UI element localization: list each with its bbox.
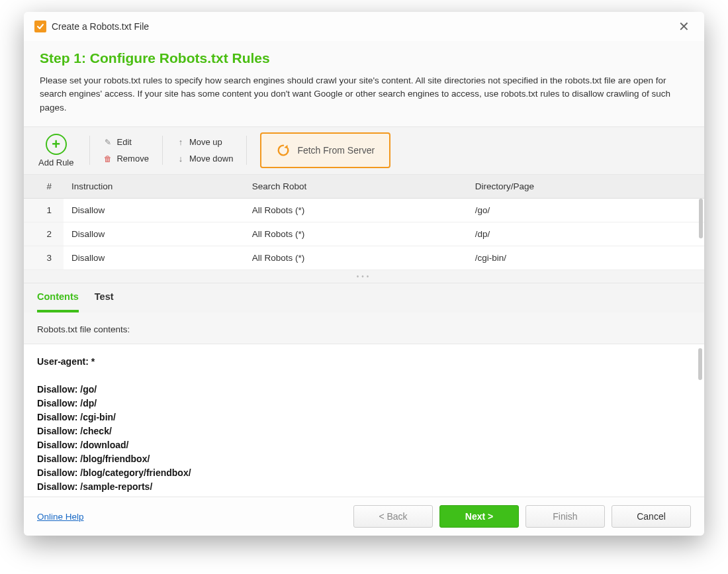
arrow-up-icon: ↑: [176, 137, 185, 147]
splitter-handle[interactable]: •••: [24, 270, 704, 283]
plus-icon: +: [46, 134, 67, 155]
arrow-down-icon: ↓: [176, 154, 185, 164]
close-icon[interactable]: ✕: [674, 19, 694, 34]
row-path: /dp/: [467, 222, 704, 246]
robots-preview[interactable]: User-agent: * Disallow: /go/Disallow: /d…: [24, 344, 704, 497]
edit-button[interactable]: ✎ Edit: [103, 137, 148, 147]
row-robot: All Robots (*): [244, 246, 467, 269]
col-robot[interactable]: Search Robot: [244, 175, 467, 199]
reload-icon: [276, 143, 291, 158]
toolbar-separator: [246, 136, 247, 165]
move-up-label: Move up: [189, 137, 222, 147]
finish-button[interactable]: Finish: [525, 505, 605, 528]
table-row[interactable]: 1 Disallow All Robots (*) /go/: [24, 198, 704, 222]
trash-icon: 🗑: [103, 154, 113, 164]
move-down-button[interactable]: ↓ Move down: [176, 154, 233, 164]
step-heading: Step 1: Configure Robots.txt Rules: [40, 50, 688, 66]
remove-label: Remove: [116, 154, 148, 164]
toolbar: + Add Rule ✎ Edit 🗑 Remove ↑ Move up ↓ M…: [24, 126, 704, 175]
fetch-label: Fetch From Server: [297, 145, 375, 156]
row-path: /go/: [467, 198, 704, 222]
titlebar: Create a Robots.txt File ✕: [24, 12, 704, 41]
row-robot: All Robots (*): [244, 198, 467, 222]
col-path[interactable]: Directory/Page: [467, 175, 704, 199]
fetch-from-server-button[interactable]: Fetch From Server: [260, 132, 390, 168]
row-instruction: Disallow: [64, 198, 244, 222]
row-instruction: Disallow: [64, 222, 244, 246]
toolbar-separator: [89, 136, 90, 165]
rules-table-wrap: # Instruction Search Robot Directory/Pag…: [24, 175, 704, 270]
col-instruction[interactable]: Instruction: [64, 175, 244, 199]
dialog: Create a Robots.txt File ✕ Step 1: Confi…: [24, 12, 704, 536]
move-down-label: Move down: [189, 154, 233, 164]
remove-button[interactable]: 🗑 Remove: [103, 154, 148, 164]
table-row[interactable]: 3 Disallow All Robots (*) /cgi-bin/: [24, 246, 704, 269]
row-num: 1: [24, 198, 64, 222]
back-button[interactable]: < Back: [353, 505, 433, 528]
add-rule-button[interactable]: + Add Rule: [36, 132, 76, 169]
row-robot: All Robots (*): [244, 222, 467, 246]
cancel-button[interactable]: Cancel: [612, 505, 691, 528]
move-up-button[interactable]: ↑ Move up: [176, 137, 233, 147]
scrollbar[interactable]: [698, 348, 702, 380]
add-rule-label: Add Rule: [38, 158, 73, 167]
contents-label: Robots.txt file contents:: [24, 312, 704, 344]
col-num[interactable]: #: [24, 175, 64, 199]
tabs: Contents Test: [24, 283, 704, 312]
row-num: 2: [24, 222, 64, 246]
tab-test[interactable]: Test: [95, 291, 114, 312]
online-help-link[interactable]: Online Help: [37, 512, 84, 522]
table-row[interactable]: 2 Disallow All Robots (*) /dp/: [24, 222, 704, 246]
preview-wrap: User-agent: * Disallow: /go/Disallow: /d…: [24, 344, 704, 497]
step-description: Please set your robots.txt rules to spec…: [40, 74, 688, 115]
pencil-icon: ✎: [103, 138, 113, 147]
tab-contents[interactable]: Contents: [37, 291, 79, 312]
step-area: Step 1: Configure Robots.txt Rules Pleas…: [24, 41, 704, 126]
edit-label: Edit: [116, 137, 131, 147]
footer: Online Help < Back Next > Finish Cancel: [24, 497, 704, 536]
app-icon: [34, 21, 46, 32]
window-title: Create a Robots.txt File: [52, 21, 149, 32]
row-instruction: Disallow: [64, 246, 244, 269]
row-num: 3: [24, 246, 64, 269]
rules-table: # Instruction Search Robot Directory/Pag…: [24, 175, 704, 270]
toolbar-separator: [162, 136, 163, 165]
next-button[interactable]: Next >: [439, 505, 519, 528]
scrollbar[interactable]: [699, 199, 703, 238]
row-path: /cgi-bin/: [467, 246, 704, 269]
